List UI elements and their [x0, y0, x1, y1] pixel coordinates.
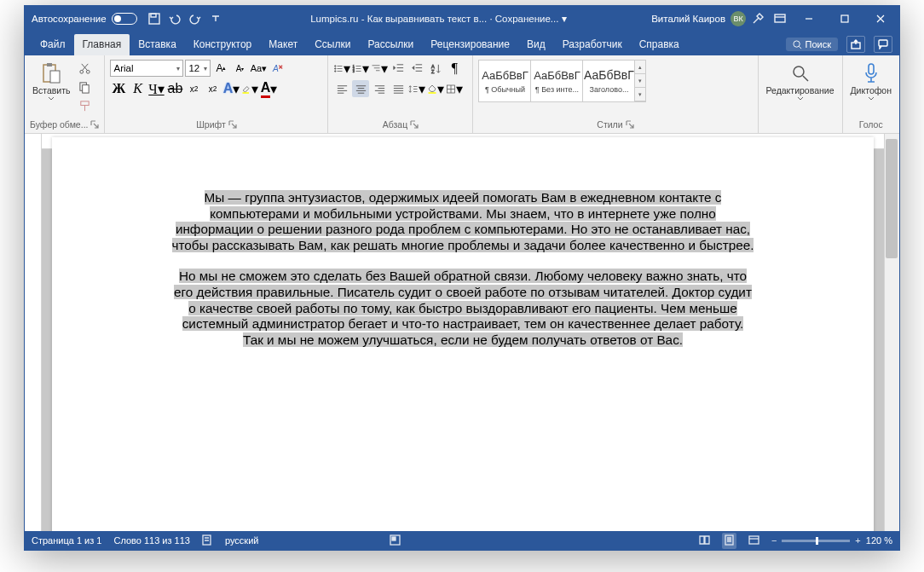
font-color-button[interactable]: A▾ — [260, 80, 277, 97]
web-layout-icon[interactable] — [748, 534, 759, 547]
style-normal[interactable]: АаБбВвГ¶ Обычный — [478, 60, 531, 102]
tab-home[interactable]: Главная — [74, 34, 130, 55]
vertical-ruler[interactable] — [25, 134, 42, 531]
comments-button[interactable] — [874, 36, 892, 53]
paste-button[interactable]: Вставить — [30, 60, 73, 102]
editing-button[interactable]: Редактирование — [764, 60, 837, 102]
show-marks-button[interactable]: ¶ — [446, 60, 463, 77]
user-name[interactable]: Виталий Каиров — [651, 14, 725, 24]
page-indicator[interactable]: Страница 1 из 1 — [32, 535, 101, 546]
italic-button[interactable]: К — [129, 80, 146, 97]
zoom-slider[interactable] — [782, 540, 850, 542]
styles-launcher[interactable] — [626, 120, 634, 129]
font-size-select[interactable]: 12▾ — [185, 60, 211, 77]
paragraph-2[interactable]: Но мы не сможем это сделать без Вашей об… — [174, 269, 752, 346]
zoom-in-button[interactable]: + — [855, 535, 860, 546]
text-effects-button[interactable]: A▾ — [222, 80, 240, 97]
tab-review[interactable]: Рецензирование — [422, 34, 518, 55]
print-layout-icon[interactable] — [722, 533, 736, 549]
save-icon[interactable] — [146, 10, 163, 27]
align-left-button[interactable] — [333, 80, 350, 97]
minimize-button[interactable] — [792, 6, 826, 32]
redo-icon[interactable] — [187, 10, 204, 27]
paragraph-launcher[interactable] — [410, 120, 419, 129]
borders-button[interactable]: ▾ — [446, 80, 463, 97]
underline-button[interactable]: Ч▾ — [147, 80, 165, 97]
subscript-button[interactable]: x2 — [185, 80, 202, 97]
clear-format-button[interactable]: A — [269, 60, 286, 77]
highlight-button[interactable]: ▾ — [241, 80, 258, 97]
bullets-button[interactable]: ▾ — [333, 60, 350, 77]
titlebar: Автосохранение Lumpics.ru - Как выравнив… — [25, 6, 899, 32]
ribbon-display-icon[interactable] — [771, 10, 788, 27]
maximize-button[interactable] — [828, 6, 862, 32]
group-clipboard: Вставить Буфер обме... — [25, 55, 105, 133]
svg-rect-9 — [50, 71, 60, 83]
style-nospace[interactable]: АаБбВвГ¶ Без инте... — [530, 60, 583, 102]
bold-button[interactable]: Ж — [110, 80, 127, 97]
strike-button[interactable]: ab — [166, 80, 183, 97]
group-styles: АаБбВвГ¶ Обычный АаБбВвГ¶ Без инте... Аа… — [473, 55, 758, 133]
tab-design[interactable]: Конструктор — [185, 34, 260, 55]
numbering-button[interactable]: 123▾ — [352, 60, 369, 77]
user-avatar[interactable]: ВК — [731, 11, 746, 26]
indent-dec-button[interactable] — [390, 60, 407, 77]
shrink-font-button[interactable]: A▾ — [231, 60, 248, 77]
sort-button[interactable]: AZ — [427, 60, 444, 77]
styles-scroller[interactable]: ▴▾▾ — [634, 60, 646, 102]
shading-button[interactable]: ▾ — [427, 80, 444, 97]
tab-layout[interactable]: Макет — [260, 34, 306, 55]
language-indicator[interactable]: русский — [225, 535, 258, 546]
dictate-button[interactable]: Диктофон — [848, 60, 895, 102]
tab-insert[interactable]: Вставка — [130, 34, 185, 55]
paragraph-1[interactable]: Мы — группа энтузиастов, одержимых идеей… — [172, 190, 754, 252]
svg-point-4 — [793, 40, 799, 46]
page[interactable]: Мы — группа энтузиастов, одержимых идеей… — [52, 137, 874, 531]
qat-customize-icon[interactable] — [207, 10, 224, 27]
close-button[interactable] — [863, 6, 898, 32]
svg-rect-1 — [151, 14, 156, 17]
spellcheck-icon[interactable] — [202, 534, 213, 547]
svg-rect-2 — [775, 14, 785, 22]
undo-icon[interactable] — [166, 10, 183, 27]
read-mode-icon[interactable] — [699, 534, 710, 547]
justify-button[interactable] — [390, 80, 407, 97]
grow-font-button[interactable]: A▴ — [212, 60, 229, 77]
svg-point-18 — [335, 67, 337, 69]
cut-button[interactable] — [77, 60, 94, 77]
svg-point-19 — [335, 70, 337, 72]
font-launcher[interactable] — [228, 120, 237, 129]
style-heading[interactable]: АаБбВвГЗаголово... — [582, 60, 635, 102]
tab-developer[interactable]: Разработчик — [554, 34, 631, 55]
vertical-scrollbar[interactable] — [884, 134, 899, 531]
group-paragraph: ▾ 123▾ ▾ AZ ¶ ▾ ▾ ▾ Абзац — [328, 55, 473, 133]
align-center-button[interactable] — [352, 80, 369, 97]
macro-icon[interactable] — [390, 534, 401, 547]
change-case-button[interactable]: Aa▾ — [250, 60, 267, 77]
ribbon-tabs: Файл Главная Вставка Конструктор Макет С… — [25, 32, 899, 55]
zoom-out-button[interactable]: − — [771, 535, 777, 546]
clipboard-launcher[interactable] — [90, 120, 99, 129]
share-button[interactable] — [846, 36, 865, 53]
tab-mailings[interactable]: Рассылки — [359, 34, 422, 55]
indent-inc-button[interactable] — [408, 60, 425, 77]
svg-point-10 — [80, 70, 84, 73]
tab-help[interactable]: Справка — [631, 34, 688, 55]
zoom-level[interactable]: 120 % — [866, 535, 892, 546]
tab-file[interactable]: Файл — [32, 34, 74, 55]
multilevel-button[interactable]: ▾ — [371, 60, 388, 77]
align-right-button[interactable] — [371, 80, 388, 97]
search-input[interactable]: Поиск — [786, 38, 838, 51]
format-painter-button[interactable] — [77, 97, 94, 114]
tools-icon[interactable] — [749, 10, 766, 27]
word-count[interactable]: Слово 113 из 113 — [113, 535, 190, 546]
autosave-toggle[interactable] — [112, 13, 137, 25]
font-name-select[interactable]: Arial▾ — [110, 60, 183, 77]
svg-text:3: 3 — [353, 70, 355, 73]
copy-button[interactable] — [77, 78, 94, 95]
group-editing: Редактирование — [759, 55, 843, 133]
tab-view[interactable]: Вид — [518, 34, 554, 55]
line-spacing-button[interactable]: ▾ — [408, 80, 425, 97]
superscript-button[interactable]: x2 — [204, 80, 221, 97]
tab-references[interactable]: Ссылки — [306, 34, 359, 55]
